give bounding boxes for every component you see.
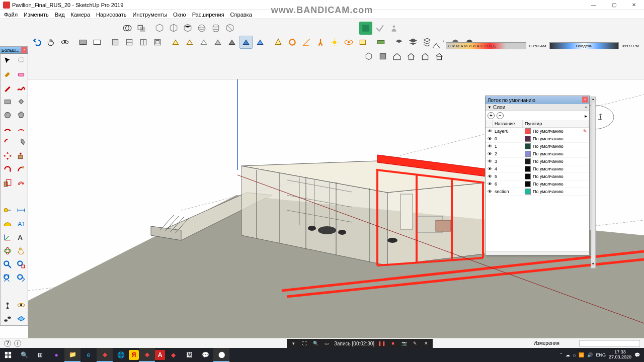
view-top-icon[interactable] [109,36,122,49]
sketchup2-icon[interactable]: ◆ [139,348,155,362]
chrome-icon[interactable]: 🌐 [113,348,129,362]
style-icon[interactable] [76,36,90,49]
layer-dash[interactable]: По умолчанию [533,159,587,164]
toolbox-close-icon[interactable]: × [21,47,27,53]
solid-union-icon[interactable] [121,22,134,35]
geo-location-icon[interactable] [359,22,372,35]
eraser-tool-icon[interactable] [14,67,28,81]
tray-cloud-icon[interactable]: ☁ [566,352,570,357]
layer-color[interactable] [525,128,531,134]
iso-cube3-icon[interactable] [181,22,194,35]
bandicam-icon[interactable]: ⬤ [213,348,229,362]
rec-pause-icon[interactable]: ❚❚ [378,340,385,347]
edit-icon[interactable]: ✎ [583,129,587,134]
minimize-button[interactable]: — [584,0,604,10]
view-front-icon[interactable] [123,36,136,49]
menu-tools[interactable]: Инструменты [129,12,170,18]
view-iso-icon[interactable] [151,36,164,49]
start-button[interactable] [0,348,16,362]
home-icon[interactable] [390,50,404,63]
explorer-icon[interactable]: 📁 [64,348,80,362]
geo-toggle-icon[interactable] [373,22,386,35]
pie-tool-icon[interactable] [14,135,28,149]
zoom-window-tool-icon[interactable] [14,257,28,271]
layer-row[interactable]: 👁 section По умолчанию [486,188,589,196]
position-camera-tool-icon[interactable] [1,298,14,312]
scroll-down-icon[interactable]: ▾ [591,262,595,268]
layer-row[interactable]: 👁 Layer0 По умолчанию ✎ [486,128,589,135]
tray-volume-icon[interactable]: 🔊 [587,352,593,357]
circle-tool-icon[interactable] [1,108,14,122]
freehand-tool-icon[interactable] [14,81,28,95]
camera-walk-icon[interactable] [314,36,327,49]
undo-icon[interactable] [30,36,43,49]
layer-color[interactable] [525,189,531,195]
layer-color[interactable] [525,158,531,164]
rec-fullscreen-icon[interactable]: ⛶ [301,340,308,347]
visibility-icon[interactable]: 👁 [488,144,495,149]
visibility-icon[interactable]: 👁 [488,151,495,156]
face-style6-icon[interactable] [239,36,253,49]
dimension-tool-icon[interactable] [14,203,28,217]
layer-dash[interactable]: По умолчанию [533,189,587,194]
camera-circle-icon[interactable] [286,36,299,49]
pan-tool-icon[interactable] [14,244,28,257]
face-style3-icon[interactable] [197,36,210,49]
layer-name[interactable]: 0 [495,136,525,141]
tape-tool-icon[interactable] [1,203,14,217]
info-icon[interactable]: i [14,340,21,347]
menu-file[interactable]: Файл [1,12,21,18]
select-tool-icon[interactable] [1,54,14,67]
layer-row[interactable]: 👁 2 По умолчанию [486,150,589,158]
toolbox-header[interactable]: Больш... × [1,47,28,54]
camera-angle-icon[interactable] [300,36,313,49]
layer-name[interactable]: 6 [495,182,525,187]
face-style2-icon[interactable] [183,36,196,49]
text-tool-icon[interactable]: A1 [14,217,28,230]
visibility-icon[interactable]: 👁 [488,159,495,164]
visibility-icon[interactable]: 👁 [488,174,495,179]
layer-color[interactable] [525,136,531,142]
rec-stop-icon[interactable]: ■ [389,340,396,347]
model-icon[interactable] [362,50,375,63]
add-layer-icon[interactable]: + [488,112,495,119]
layer-name[interactable]: Layer0 [495,129,525,134]
visibility-icon[interactable]: 👁 [488,166,495,171]
iso-cube2-icon[interactable] [167,22,180,35]
iso-select-icon[interactable] [223,22,236,35]
search-taskbar-icon[interactable]: 🔍 [16,348,32,362]
panel-title[interactable]: Лоток по умолчанию × [486,96,589,104]
col-name[interactable]: Название [493,120,523,127]
walk-tool-icon[interactable] [1,312,14,325]
orbit2-tool-icon[interactable] [1,244,14,257]
layer-name[interactable]: section [495,189,525,194]
layer-color[interactable] [525,181,531,187]
solid-subtract-icon[interactable] [135,22,148,35]
taskview-icon[interactable]: ⊞ [32,348,48,362]
menu-edit[interactable]: Изменить [21,12,52,18]
layer-color[interactable] [525,151,531,157]
shadow-toggle-icon[interactable] [430,39,443,52]
panel-close-icon[interactable]: × [582,97,588,103]
whatsapp-icon[interactable]: 💬 [197,348,213,362]
panel-resize[interactable] [486,251,589,255]
iso-cylinder-icon[interactable] [209,22,222,35]
tray-up-icon[interactable]: ˄ [560,352,562,357]
tray-onedrive-icon[interactable]: ⌂ [573,352,576,357]
layer-row[interactable]: 👁 0 По умолчанию [486,135,589,143]
tray-scrollbar[interactable]: ▴ ▾ [591,97,596,268]
menu-camera[interactable]: Камера [68,12,93,18]
pencil-tool-icon[interactable] [1,81,14,95]
polygon-tool-icon[interactable] [14,108,28,122]
layers-panel[interactable]: Лоток по умолчанию × ▼ Слои × + − ▸ Назв… [485,96,590,255]
section-collapse-icon[interactable]: ▼ [488,105,492,110]
rec-rect-icon[interactable]: ▭ [323,340,330,347]
face-style7-icon[interactable] [254,36,267,49]
sketchup3-icon[interactable]: ◆ [165,348,181,362]
camera-look-icon[interactable] [342,36,355,49]
tray-wifi-icon[interactable]: 📶 [579,352,584,357]
tray-clock[interactable]: 17:33 27.03.2020 [609,350,631,360]
rectangle-tool-icon[interactable] [1,95,14,108]
hand-icon[interactable] [44,36,57,49]
month-slider[interactable]: Я Ф М А М И И А С О Н Д [446,42,526,49]
